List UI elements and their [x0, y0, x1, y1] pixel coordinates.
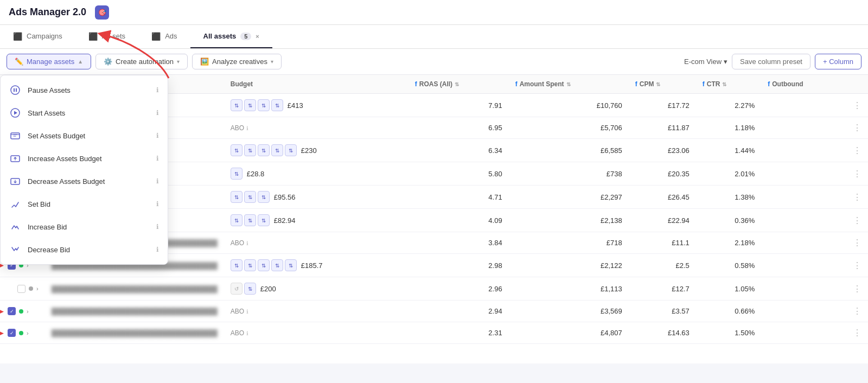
- tab-campaigns[interactable]: ⬛ Campaigns: [0, 25, 75, 48]
- action-icon[interactable]: ⇅: [258, 99, 270, 111]
- tab-ads[interactable]: ⬛ Ads: [138, 25, 190, 48]
- tab-adsets[interactable]: ⬛ Ad sets: [75, 25, 138, 48]
- action-icon[interactable]: ⇅: [244, 259, 256, 271]
- action-icon[interactable]: ⇅: [258, 191, 270, 203]
- action-icon[interactable]: ⇅: [244, 191, 256, 203]
- increase-assets-budget-label: Increase Assets Budget: [28, 155, 150, 163]
- app-icon: 🎯: [95, 5, 109, 20]
- tab-all-assets[interactable]: All assets 5 ×: [190, 25, 272, 48]
- col-outbound[interactable]: f Outbound: [761, 75, 846, 94]
- set-bid-info[interactable]: ℹ: [156, 200, 159, 208]
- pause-assets-info[interactable]: ℹ: [156, 86, 159, 94]
- row-cell-cpm: £26.45: [629, 186, 696, 209]
- action-icons: ⇅⇅⇅⇅⇅: [231, 259, 297, 271]
- more-button[interactable]: ⋮: [853, 261, 861, 270]
- pause-assets-label: Pause Assets: [28, 86, 150, 94]
- action-icon[interactable]: ⇅: [258, 214, 270, 226]
- cpm-value: £3.57: [672, 307, 690, 315]
- expand-button[interactable]: ›: [27, 330, 29, 336]
- action-icon[interactable]: ⇅: [244, 99, 256, 111]
- menu-start-assets[interactable]: Start Assets ℹ: [1, 101, 168, 124]
- row-cell-amount-spent: £5,706: [509, 117, 629, 139]
- action-icon[interactable]: ⇅: [244, 283, 256, 295]
- menu-increase-bid[interactable]: Increase Bid ℹ: [1, 215, 168, 238]
- decrease-bid-info[interactable]: ℹ: [156, 246, 159, 253]
- action-icon[interactable]: ⇅: [244, 144, 256, 156]
- action-icon[interactable]: ⇅: [258, 144, 270, 156]
- action-icon[interactable]: ⇅: [285, 144, 297, 156]
- row-checkbox[interactable]: ✓: [8, 307, 16, 315]
- action-icon[interactable]: ⇅: [271, 144, 283, 156]
- expand-button[interactable]: ›: [36, 285, 39, 292]
- set-budget-info[interactable]: ℹ: [156, 132, 159, 139]
- manage-assets-chevron: ▲: [78, 59, 83, 65]
- analyze-creatives-button[interactable]: 🖼️ Analyze creatives ▾: [192, 54, 282, 69]
- budget-value: £28.8: [247, 170, 265, 178]
- more-button[interactable]: ⋮: [853, 101, 861, 110]
- more-button[interactable]: ⋮: [853, 146, 861, 155]
- more-button[interactable]: ⋮: [853, 307, 861, 316]
- col-roas[interactable]: f ROAS (All) ⇅: [409, 75, 509, 94]
- more-button[interactable]: ⋮: [853, 284, 861, 293]
- more-button[interactable]: ⋮: [853, 238, 861, 247]
- row-cell-controls: ➤✓›: [0, 322, 45, 344]
- tab-adsets-label: Ad sets: [102, 32, 125, 40]
- action-icon[interactable]: ⇅: [231, 99, 242, 111]
- more-button[interactable]: ⋮: [853, 193, 861, 202]
- menu-decrease-assets-budget[interactable]: Decrease Assets Budget ℹ: [1, 170, 168, 193]
- action-icon[interactable]: ⇅: [231, 144, 242, 156]
- expand-button[interactable]: ›: [27, 308, 29, 315]
- decrease-assets-budget-label: Decrease Assets Budget: [28, 177, 150, 186]
- table-row: ➤✓›████████████████████████████████████A…: [0, 322, 868, 344]
- ctr-value: 0.36%: [735, 216, 755, 225]
- increase-bid-info[interactable]: ℹ: [156, 223, 159, 231]
- menu-set-bid[interactable]: Set Bid ℹ: [1, 193, 168, 215]
- row-cell-cpm: £2.5: [629, 254, 696, 277]
- menu-increase-assets-budget[interactable]: Increase Assets Budget ℹ: [1, 147, 168, 170]
- increase-budget-info[interactable]: ℹ: [156, 155, 159, 162]
- decrease-budget-info[interactable]: ℹ: [156, 177, 159, 185]
- action-icon[interactable]: ⇅: [271, 259, 283, 271]
- refresh-icon[interactable]: ↺: [231, 283, 242, 295]
- row-cell-amount-spent: £738: [509, 162, 629, 186]
- start-assets-info[interactable]: ℹ: [156, 109, 159, 117]
- manage-assets-button[interactable]: ✏️ Manage assets ▲: [7, 54, 91, 69]
- action-icon[interactable]: ⇅: [258, 259, 270, 271]
- col-ctr[interactable]: f CTR ⇅: [696, 75, 762, 94]
- row-checkbox[interactable]: ✓: [8, 329, 16, 337]
- create-automation-button[interactable]: ⚙️ Create automation ▾: [95, 54, 188, 69]
- menu-set-assets-budget[interactable]: Set Assets Budget ℹ: [1, 124, 168, 147]
- row-cell-roas: 6.34: [409, 139, 509, 162]
- menu-decrease-bid[interactable]: Decrease Bid ℹ: [1, 238, 168, 261]
- budget-value: £200: [260, 285, 276, 293]
- row-arrow: ➤: [0, 329, 4, 337]
- col-cpm-label: CPM: [640, 80, 654, 88]
- ecom-view-button[interactable]: E-com View ▾: [684, 58, 727, 66]
- action-icon[interactable]: ⇅: [285, 259, 297, 271]
- save-column-preset-button[interactable]: Save column preset: [732, 54, 810, 69]
- action-icon[interactable]: ⇅: [231, 259, 242, 271]
- more-button[interactable]: ⋮: [853, 123, 861, 132]
- row-checkbox[interactable]: [17, 285, 25, 293]
- row-cell-budget: ABO ℹ: [224, 301, 409, 322]
- tab-close-icon[interactable]: ×: [256, 33, 259, 40]
- action-icon[interactable]: ⇅: [244, 214, 256, 226]
- action-icon[interactable]: ⇅: [231, 168, 242, 180]
- row-cell-budget: ↺⇅£200: [224, 277, 409, 301]
- more-button[interactable]: ⋮: [853, 328, 861, 337]
- more-button[interactable]: ⋮: [853, 216, 861, 225]
- more-button[interactable]: ⋮: [853, 169, 861, 178]
- roas-value: 6.95: [488, 124, 502, 132]
- amount-spent-value: £738: [607, 170, 622, 178]
- action-icon[interactable]: ⇅: [231, 191, 242, 203]
- col-amount-spent[interactable]: f Amount Spent ⇅: [509, 75, 629, 94]
- row-cell-amount-spent: £4,807: [509, 322, 629, 344]
- add-column-button[interactable]: + Column: [815, 54, 861, 69]
- menu-pause-assets[interactable]: Pause Assets ℹ: [1, 79, 168, 101]
- cpm-value: £26.45: [668, 193, 690, 201]
- col-cpm[interactable]: f CPM ⇅: [629, 75, 696, 94]
- row-cell-budget: ⇅⇅⇅⇅£413: [224, 94, 409, 117]
- action-icon[interactable]: ⇅: [231, 214, 242, 226]
- col-budget[interactable]: Budget: [224, 75, 409, 94]
- action-icon[interactable]: ⇅: [271, 99, 283, 111]
